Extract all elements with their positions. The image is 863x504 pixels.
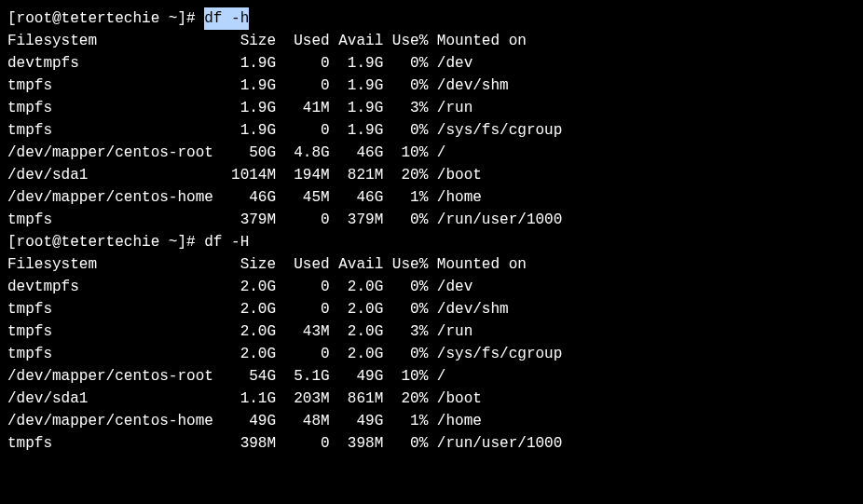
cell-size: 54G xyxy=(222,365,276,388)
cell-avail: 49G xyxy=(330,410,384,432)
cell-use-percent: 0% xyxy=(383,119,428,142)
cell-used: 41M xyxy=(276,97,330,119)
cell-avail: 1.9G xyxy=(330,75,384,97)
shell-command: df -h xyxy=(204,7,249,30)
cell-size: 1.9G xyxy=(222,97,276,119)
cell-size: 1.9G xyxy=(222,52,276,75)
table-row: tmpfs2.0G43M2.0G3%/run xyxy=(7,320,856,343)
cell-size: 379M xyxy=(222,209,276,231)
cell-filesystem: /dev/mapper/centos-home xyxy=(7,410,222,432)
cell-use-percent: 0% xyxy=(383,343,428,365)
cell-filesystem: /dev/sda1 xyxy=(7,388,222,410)
cell-used: 48M xyxy=(276,410,330,432)
cell-use-percent: 10% xyxy=(383,365,428,388)
header-used: Used xyxy=(276,30,330,52)
cell-filesystem: /dev/mapper/centos-home xyxy=(7,186,222,209)
cell-mounted-on: / xyxy=(428,142,445,164)
cell-size: 1.1G xyxy=(222,388,276,410)
cell-size: 1.9G xyxy=(222,119,276,142)
cell-avail: 398M xyxy=(330,432,384,455)
header-used: Used xyxy=(276,253,330,276)
header-size: Size xyxy=(222,253,276,276)
cell-filesystem: tmpfs xyxy=(7,343,222,365)
header-use-percent: Use% xyxy=(383,253,428,276)
cell-size: 2.0G xyxy=(222,298,276,320)
header-filesystem: Filesystem xyxy=(7,30,222,52)
cell-mounted-on: /dev xyxy=(428,276,473,298)
cell-filesystem: /dev/mapper/centos-root xyxy=(7,142,222,164)
cell-size: 2.0G xyxy=(222,276,276,298)
cell-used: 194M xyxy=(276,164,330,186)
cell-filesystem: tmpfs xyxy=(7,298,222,320)
cell-avail: 2.0G xyxy=(330,320,384,343)
cell-filesystem: tmpfs xyxy=(7,119,222,142)
header-use-percent: Use% xyxy=(383,30,428,52)
shell-prompt-line[interactable]: [root@tetertechie ~]# df -h xyxy=(7,7,856,30)
header-mounted-on: Mounted on xyxy=(428,253,527,276)
cell-avail: 46G xyxy=(330,142,384,164)
table-row: devtmpfs2.0G02.0G0%/dev xyxy=(7,276,856,298)
header-size: Size xyxy=(222,30,276,52)
table-row: /dev/sda11014M194M821M20%/boot xyxy=(7,164,856,186)
cell-use-percent: 0% xyxy=(383,432,428,455)
cell-mounted-on: /sys/fs/cgroup xyxy=(428,119,562,142)
cell-avail: 2.0G xyxy=(330,298,384,320)
cell-size: 2.0G xyxy=(222,320,276,343)
terminal-output[interactable]: [root@tetertechie ~]# df -hFilesystemSiz… xyxy=(7,7,856,455)
cell-use-percent: 1% xyxy=(383,186,428,209)
cell-use-percent: 20% xyxy=(383,164,428,186)
cell-filesystem: /dev/mapper/centos-root xyxy=(7,365,222,388)
cell-use-percent: 20% xyxy=(383,388,428,410)
cell-used: 43M xyxy=(276,320,330,343)
cell-mounted-on: /run/user/1000 xyxy=(428,209,562,231)
cell-size: 46G xyxy=(222,186,276,209)
cell-avail: 2.0G xyxy=(330,343,384,365)
cell-used: 0 xyxy=(276,52,330,75)
cell-filesystem: devtmpfs xyxy=(7,52,222,75)
cell-used: 0 xyxy=(276,432,330,455)
cell-avail: 1.9G xyxy=(330,97,384,119)
cell-used: 203M xyxy=(276,388,330,410)
header-avail: Avail xyxy=(330,30,384,52)
cell-use-percent: 1% xyxy=(383,410,428,432)
header-filesystem: Filesystem xyxy=(7,253,222,276)
cell-filesystem: devtmpfs xyxy=(7,276,222,298)
cell-size: 49G xyxy=(222,410,276,432)
shell-prompt-line[interactable]: [root@tetertechie ~]# df -H xyxy=(7,231,856,253)
header-avail: Avail xyxy=(330,253,384,276)
cell-filesystem: tmpfs xyxy=(7,75,222,97)
cell-used: 0 xyxy=(276,276,330,298)
cell-use-percent: 3% xyxy=(383,97,428,119)
shell-prompt: [root@tetertechie ~]# xyxy=(7,7,204,30)
table-row: tmpfs2.0G02.0G0%/sys/fs/cgroup xyxy=(7,343,856,365)
cell-mounted-on: /home xyxy=(428,410,482,432)
cell-filesystem: tmpfs xyxy=(7,209,222,231)
table-row: /dev/mapper/centos-home46G45M46G1%/home xyxy=(7,186,856,209)
table-row: tmpfs1.9G01.9G0%/dev/shm xyxy=(7,75,856,97)
table-row: /dev/sda11.1G203M861M20%/boot xyxy=(7,388,856,410)
cell-used: 0 xyxy=(276,209,330,231)
cell-mounted-on: / xyxy=(428,365,445,388)
table-row: /dev/mapper/centos-root50G4.8G46G10%/ xyxy=(7,142,856,164)
cell-size: 50G xyxy=(222,142,276,164)
cell-used: 5.1G xyxy=(276,365,330,388)
cell-avail: 46G xyxy=(330,186,384,209)
table-row: tmpfs398M0398M0%/run/user/1000 xyxy=(7,432,856,455)
table-row: devtmpfs1.9G01.9G0%/dev xyxy=(7,52,856,75)
cell-use-percent: 3% xyxy=(383,320,428,343)
cell-mounted-on: /home xyxy=(428,186,482,209)
table-row: tmpfs2.0G02.0G0%/dev/shm xyxy=(7,298,856,320)
cell-size: 1014M xyxy=(222,164,276,186)
header-mounted-on: Mounted on xyxy=(428,30,527,52)
table-row: tmpfs379M0379M0%/run/user/1000 xyxy=(7,209,856,231)
cell-mounted-on: /boot xyxy=(428,164,482,186)
cell-filesystem: tmpfs xyxy=(7,432,222,455)
cell-use-percent: 0% xyxy=(383,75,428,97)
table-header: FilesystemSizeUsedAvailUse%Mounted on xyxy=(7,30,856,52)
cell-mounted-on: /run xyxy=(428,320,473,343)
cell-avail: 379M xyxy=(330,209,384,231)
cell-avail: 1.9G xyxy=(330,52,384,75)
cell-filesystem: tmpfs xyxy=(7,320,222,343)
cell-use-percent: 0% xyxy=(383,52,428,75)
cell-size: 398M xyxy=(222,432,276,455)
